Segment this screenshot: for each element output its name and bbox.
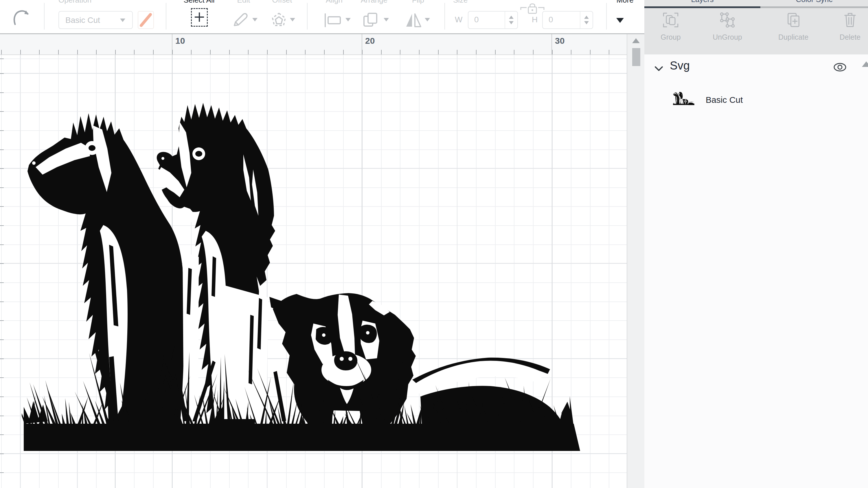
stepper-down-icon[interactable] — [509, 21, 514, 24]
width-field-label: W — [455, 15, 462, 24]
tab-inactive-underline — [761, 6, 868, 8]
ungroup-icon — [719, 11, 736, 28]
operation-dropdown[interactable]: Basic Cut — [58, 11, 133, 29]
redo-icon[interactable] — [11, 7, 30, 26]
scrollbar-up-icon[interactable] — [632, 38, 640, 43]
width-value-input[interactable] — [468, 11, 504, 28]
toolbar-divider — [307, 3, 308, 30]
edit-label: Edit — [223, 0, 264, 4]
layers-list: Svg Basic Cut — [644, 54, 868, 488]
size-label: Size — [453, 0, 488, 4]
height-value-input[interactable] — [543, 11, 578, 28]
duplicate-button-label: Duplicate — [772, 33, 815, 41]
delete-button[interactable]: Delete — [828, 11, 868, 49]
tab-active-underline — [644, 6, 761, 8]
ruler-mark-30: 30 — [555, 36, 564, 46]
operation-label: Operation — [58, 0, 116, 4]
tab-layers-label: Layers — [644, 0, 761, 3]
flip-label: Flip — [399, 0, 437, 4]
more-label[interactable]: More — [609, 0, 641, 4]
more-dropdown-icon[interactable] — [616, 18, 624, 23]
chevron-down-icon — [290, 18, 295, 22]
flip-icon — [404, 12, 423, 28]
select-all-label[interactable]: Select All — [176, 0, 222, 4]
horizontal-ruler: 10 20 30 — [0, 34, 627, 55]
delete-button-label: Delete — [828, 33, 868, 41]
group-icon — [662, 11, 679, 28]
offset-label: Offset — [262, 0, 302, 4]
chevron-down-icon[interactable] — [654, 65, 664, 73]
chevron-down-icon — [252, 18, 257, 22]
chevron-down-icon — [425, 18, 430, 22]
layer-thumbnail — [673, 91, 695, 106]
offset-icon — [270, 11, 288, 28]
ungroup-button-label: UnGroup — [706, 33, 749, 41]
arrange-label: Arrange — [351, 0, 397, 4]
visibility-eye-icon[interactable] — [833, 62, 847, 73]
svg-dogs-artwork[interactable] — [22, 94, 593, 452]
tab-layers[interactable]: Layers — [644, 0, 761, 8]
arrange-icon — [362, 11, 379, 28]
align-icon — [323, 13, 343, 28]
operation-dropdown-value: Basic Cut — [65, 16, 100, 25]
edit-pencil-icon — [232, 11, 248, 28]
stepper-down-icon[interactable] — [584, 21, 589, 24]
select-all-icon[interactable] — [191, 8, 208, 27]
duplicate-icon — [785, 11, 802, 28]
delete-icon — [842, 11, 859, 28]
layer-item-label: Basic Cut — [706, 95, 743, 105]
ruler-mark-20: 20 — [365, 36, 375, 46]
scrollbar-thumb[interactable] — [632, 48, 640, 66]
canvas-vertical-scrollbar[interactable] — [627, 34, 644, 488]
toolbar-divider — [166, 3, 166, 30]
layer-group-name: Svg — [670, 59, 690, 72]
no-fill-diagonal-icon — [138, 11, 153, 28]
chevron-down-icon — [345, 18, 351, 22]
stepper-up-icon[interactable] — [509, 16, 514, 19]
lock-aspect-icon[interactable] — [519, 2, 546, 15]
tab-color-sync-label: Color Sync — [761, 0, 868, 3]
ruler-ticks — [0, 50, 627, 54]
stepper-up-icon[interactable] — [584, 16, 589, 19]
tab-color-sync[interactable]: Color Sync — [761, 0, 868, 8]
width-input[interactable] — [468, 11, 518, 29]
layers-panel-header: Layers Color Sync Group — [644, 0, 868, 54]
ruler-mark-10: 10 — [175, 36, 185, 46]
left-ruler-ticks — [0, 55, 4, 488]
height-field-label: H — [532, 15, 537, 24]
toolbar-divider — [444, 3, 445, 30]
height-stepper[interactable] — [580, 11, 593, 28]
height-input[interactable] — [542, 11, 593, 29]
align-label: Align — [314, 0, 354, 4]
toolbar-divider — [606, 3, 607, 30]
panel-scroll-up-icon[interactable] — [862, 61, 868, 67]
chevron-down-icon — [120, 19, 125, 22]
toolbar-divider — [44, 3, 44, 30]
chevron-down-icon — [384, 18, 389, 22]
width-stepper[interactable] — [505, 11, 517, 28]
ungroup-button[interactable]: UnGroup — [706, 11, 749, 49]
layers-panel: Layers Color Sync Group — [644, 0, 868, 488]
group-button-label: Group — [649, 33, 692, 41]
duplicate-button[interactable]: Duplicate — [772, 11, 815, 49]
operation-color-swatch[interactable] — [138, 11, 154, 29]
group-button[interactable]: Group — [649, 11, 692, 49]
